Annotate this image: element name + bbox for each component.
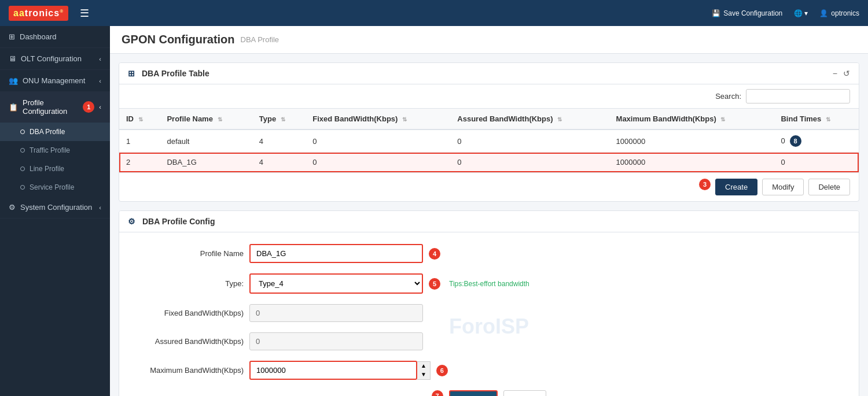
annotation-badge-6: 6: [436, 365, 448, 376]
sidebar-sub-item-dba-profile[interactable]: DBA Profile: [0, 123, 110, 141]
annotation-badge-3: 3: [699, 179, 711, 190]
menu-toggle-button[interactable]: ☰: [80, 7, 89, 20]
user-menu[interactable]: 👤 optronics: [819, 9, 859, 17]
cell-bind-times: 08: [774, 129, 859, 153]
cell-assured-bw: 0: [450, 129, 609, 153]
table-row[interactable]: 1 default 4 0 0 1000000 08: [119, 129, 859, 153]
sidebar-item-system-config[interactable]: ⚙ System Configuration ‹: [0, 197, 110, 219]
annotation-badge-8: 8: [790, 135, 801, 147]
sidebar-item-olt-config[interactable]: 🖥 OLT Configuration ‹: [0, 48, 110, 70]
globe-icon: 🌐: [794, 9, 803, 17]
spinner-down-button[interactable]: ▼: [417, 371, 430, 379]
search-bar: Search:: [119, 84, 859, 109]
dba-config-title: ⚙ DBA Profile Config: [128, 217, 850, 226]
cell-id: 1: [119, 129, 160, 153]
save-icon: 💾: [712, 9, 720, 17]
navbar: aatronics® ☰ 💾 Save Configuration 🌐 ▾ 👤 …: [0, 0, 868, 26]
cell-fixed-bw: 0: [306, 153, 450, 172]
col-type: Type ⇅: [252, 109, 306, 129]
annotation-badge-5: 5: [429, 278, 440, 290]
assured-bw-group: Assured BandWidth(Kbps): [128, 332, 850, 350]
table-actions: 3 Create Modify Delete: [119, 172, 859, 201]
breadcrumb: DBA Profile: [241, 35, 279, 44]
submit-button[interactable]: Submit: [449, 390, 498, 396]
col-fixed-bw: Fixed BandWidth(Kbps) ⇅: [306, 109, 450, 129]
profile-name-group: Profile Name 4: [128, 244, 850, 263]
dashboard-icon: ⊞: [9, 32, 15, 41]
search-input[interactable]: [746, 89, 850, 103]
max-bw-group: Maximum BandWidth(Kbps) ▲ ▼ 6: [128, 361, 850, 380]
col-bind-times: Bind Times ⇅: [774, 109, 859, 129]
cell-type: 4: [252, 153, 306, 172]
line-circle-icon: [20, 166, 25, 171]
system-chevron-icon: ‹: [99, 204, 101, 211]
col-profile-name: Profile Name ⇅: [160, 109, 252, 129]
table-row[interactable]: 2 DBA_1G 4 0 0 1000000 0: [119, 153, 859, 172]
cell-id: 2: [119, 153, 160, 172]
dba-table-card: ⊞ DBA Profile Table − ↺ Search: ID: [119, 62, 859, 202]
refresh-button[interactable]: ↺: [843, 69, 850, 78]
dba-table-card-header: ⊞ DBA Profile Table − ↺: [119, 63, 859, 84]
line-profile-label: Line Profile: [30, 165, 64, 173]
type-group: Type: Type_4 Type_1 Type_2 Type_3 Type_5…: [128, 273, 850, 294]
dba-config-title-text: DBA Profile Config: [142, 217, 215, 226]
sidebar-sub-item-traffic-profile[interactable]: Traffic Profile: [0, 141, 110, 160]
cell-fixed-bw: 0: [306, 129, 450, 153]
col-assured-bw: Assured BandWidth(Kbps) ⇅: [450, 109, 609, 129]
spinner-up-button[interactable]: ▲: [417, 362, 430, 371]
sidebar-item-profile-config[interactable]: 📋 Profile Configuration 1 ‹: [0, 92, 110, 123]
username-label: optronics: [831, 9, 859, 17]
cell-max-bw: 1000000: [609, 153, 774, 172]
annotation-badge-4: 4: [429, 248, 440, 260]
service-circle-icon: [20, 185, 25, 190]
create-button[interactable]: Create: [715, 179, 757, 195]
search-label: Search:: [715, 92, 741, 101]
minimize-button[interactable]: −: [833, 69, 837, 78]
modify-button[interactable]: Modify: [762, 179, 804, 195]
cancel-button[interactable]: Cancel: [503, 390, 546, 396]
cell-bind-times: 0: [774, 153, 859, 172]
main-layout: ⊞ Dashboard 🖥 OLT Configuration ‹ 👥 ONU …: [0, 26, 868, 396]
dba-table-title-text: DBA Profile Table: [142, 69, 209, 78]
card-header-actions: − ↺: [833, 69, 850, 78]
service-profile-label: Service Profile: [30, 183, 74, 191]
page-header: GPON Configuration DBA Profile: [110, 26, 868, 54]
col-id: ID ⇅: [119, 109, 160, 129]
dba-table-wrapper: ID ⇅ Profile Name ⇅ Type ⇅ Fixed BandWid…: [119, 109, 859, 172]
type-select[interactable]: Type_4 Type_1 Type_2 Type_3 Type_5: [249, 273, 423, 294]
max-bw-label: Maximum BandWidth(Kbps): [128, 366, 244, 375]
dba-config-card: ⚙ DBA Profile Config ForoISP Profile Nam…: [119, 210, 859, 396]
cell-profile-name: DBA_1G: [160, 153, 252, 172]
form-actions: 7 Submit Cancel: [128, 390, 850, 396]
max-bw-spinner: ▲ ▼: [249, 361, 431, 380]
traffic-profile-label: Traffic Profile: [30, 146, 70, 154]
max-bw-input[interactable]: [249, 361, 417, 380]
cell-profile-name: default: [160, 129, 252, 153]
assured-bw-label: Assured BandWidth(Kbps): [128, 337, 244, 346]
sidebar-sub-item-service-profile[interactable]: Service Profile: [0, 178, 110, 197]
sidebar-item-dashboard[interactable]: ⊞ Dashboard: [0, 26, 110, 48]
language-selector[interactable]: 🌐 ▾: [794, 9, 808, 17]
olt-icon: 🖥: [9, 54, 16, 63]
annotation-badge-7: 7: [432, 390, 443, 396]
sidebar-sub-item-line-profile[interactable]: Line Profile: [0, 160, 110, 178]
onu-chevron-icon: ‹: [99, 77, 101, 84]
dba-table-title: ⊞ DBA Profile Table: [128, 69, 833, 78]
assured-bw-input: [249, 332, 423, 350]
dba-profile-label: DBA Profile: [30, 128, 65, 136]
profile-name-label: Profile Name: [128, 249, 244, 258]
sidebar-item-onu-mgmt[interactable]: 👥 ONU Management ‹: [0, 70, 110, 92]
dba-config-form: Profile Name 4 Type: Type_4 Type_1 Type_…: [119, 232, 859, 396]
annotation-badge-1: 1: [83, 101, 94, 113]
onu-icon: 👥: [9, 76, 18, 85]
col-max-bw: Maximum BandWidth(Kbps) ⇅: [609, 109, 774, 129]
save-config-button[interactable]: 💾 Save Configuration: [712, 9, 782, 17]
spinner-buttons: ▲ ▼: [417, 361, 431, 380]
olt-chevron-icon: ‹: [99, 55, 101, 62]
cell-type: 4: [252, 129, 306, 153]
sidebar: ⊞ Dashboard 🖥 OLT Configuration ‹ 👥 ONU …: [0, 26, 110, 396]
profile-name-input[interactable]: [249, 244, 423, 263]
delete-button[interactable]: Delete: [808, 179, 850, 195]
type-tip-text: Tips:Best-effort bandwidth: [449, 280, 529, 288]
table-header-row: ID ⇅ Profile Name ⇅ Type ⇅ Fixed BandWid…: [119, 109, 859, 129]
